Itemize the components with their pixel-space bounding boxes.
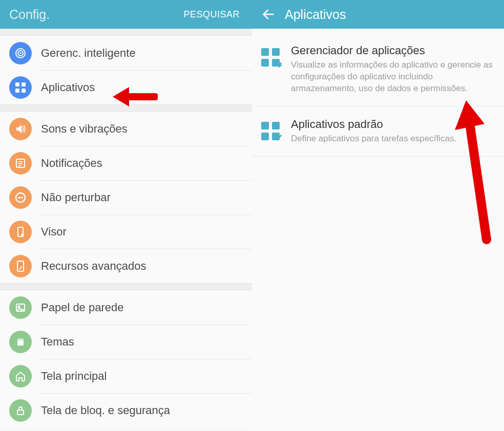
default-apps-icon [261, 122, 282, 142]
detail-subtitle: Visualize as informações do aplicativo e… [291, 59, 498, 95]
detail-text: Gerenciador de aplicações Visualize as i… [291, 44, 498, 95]
right-content: Gerenciador de aplicações Visualize as i… [252, 29, 504, 157]
header-title: Aplicativos [285, 7, 346, 22]
section-divider [0, 104, 252, 112]
setting-tela-principal[interactable]: Tela principal [0, 359, 252, 393]
search-button[interactable]: PESQUISAR [183, 9, 243, 20]
wallpaper-icon [9, 296, 32, 319]
setting-temas[interactable]: Temas [0, 325, 252, 359]
svg-rect-20 [17, 410, 24, 415]
setting-label: Aplicativos [41, 81, 95, 94]
setting-label: Gerenc. inteligente [41, 47, 136, 60]
setting-papel-parede[interactable]: Papel de parede [0, 290, 252, 325]
setting-label: Temas [41, 335, 74, 349]
notification-icon [9, 152, 32, 175]
svg-rect-19 [17, 338, 24, 340]
detail-title: Aplicativos padrão [291, 118, 456, 131]
section-divider [0, 283, 252, 290]
setting-label: Tela principal [41, 370, 107, 383]
setting-label: Não perturbar [41, 191, 111, 204]
setting-nao-perturbar[interactable]: Não perturbar [0, 180, 252, 214]
lock-icon [9, 399, 32, 422]
back-button[interactable] [261, 7, 276, 21]
svg-point-17 [18, 306, 20, 307]
header-config: Config. PESQUISAR [0, 0, 252, 29]
svg-point-14 [22, 234, 24, 236]
themes-icon [9, 331, 32, 353]
svg-rect-4 [22, 82, 26, 87]
grid-icon [9, 76, 32, 99]
detail-text: Aplicativos padrão Define aplicativos pa… [291, 118, 456, 145]
app-manager-icon [261, 48, 282, 69]
setting-label: Visor [41, 225, 67, 239]
setting-sons-vibracoes[interactable]: Sons e vibrações [0, 112, 252, 146]
setting-visor[interactable]: Visor [0, 214, 252, 249]
setting-label: Recursos avançados [41, 260, 146, 273]
section-divider [0, 29, 252, 36]
svg-rect-5 [15, 89, 19, 93]
setting-tela-bloq-seguranca[interactable]: Tela de bloq. e segurança [0, 393, 252, 427]
detail-title: Gerenciador de aplicações [291, 44, 498, 57]
sound-icon [9, 118, 32, 140]
svg-rect-6 [22, 89, 26, 93]
settings-right-panel: Aplicativos Gerenciador de aplicações Vi… [252, 0, 504, 431]
setting-recursos-avancados[interactable]: Recursos avançados [0, 249, 252, 283]
setting-label: Papel de parede [41, 301, 123, 314]
svg-rect-3 [15, 82, 19, 87]
setting-label: Notificações [41, 157, 102, 170]
svg-point-2 [19, 52, 22, 54]
settings-left-panel: Config. PESQUISAR Gerenc. inteligente Ap… [0, 0, 252, 431]
setting-label: Tela de bloq. e segurança [41, 404, 170, 417]
header-aplicativos: Aplicativos [252, 0, 504, 29]
dnd-icon [9, 186, 32, 209]
header-title: Config. [9, 7, 50, 22]
setting-gerenc-inteligente[interactable]: Gerenc. inteligente [0, 36, 252, 70]
target-icon [9, 42, 32, 64]
detail-gerenciador-aplicacoes[interactable]: Gerenciador de aplicações Visualize as i… [252, 33, 504, 106]
svg-rect-15 [17, 261, 24, 271]
setting-notificacoes[interactable]: Notificações [0, 146, 252, 180]
detail-aplicativos-padrao[interactable]: Aplicativos padrão Define aplicativos pa… [252, 106, 504, 157]
setting-aplicativos[interactable]: Aplicativos [0, 70, 252, 104]
home-icon [9, 365, 32, 387]
detail-subtitle: Define aplicativos para tarefas específi… [291, 133, 456, 145]
setting-label: Sons e vibrações [41, 122, 128, 136]
display-icon [9, 221, 32, 243]
advanced-icon [9, 255, 32, 277]
